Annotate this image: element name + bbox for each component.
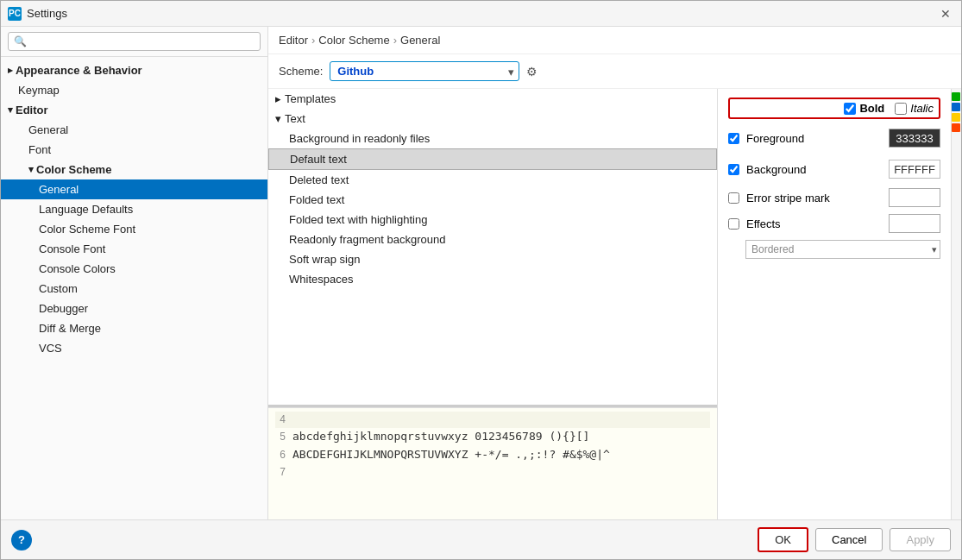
sidebar-item-color-scheme-font[interactable]: Color Scheme Font xyxy=(1,219,267,239)
preview-line-4: 4 xyxy=(275,412,710,428)
foreground-checkbox[interactable] xyxy=(728,133,739,144)
text-label: Text xyxy=(285,112,305,125)
italic-label: Italic xyxy=(910,102,934,115)
bottom-bar: ? OK Cancel Apply xyxy=(1,519,961,559)
scheme-label: Scheme: xyxy=(279,65,323,78)
sidebar-item-editor[interactable]: Editor xyxy=(1,100,267,120)
list-item-deleted-text[interactable]: Deleted text xyxy=(268,170,717,190)
preview-line-6: 6 ABCDEFGHIJKLMNOPQRSTUVWXYZ +-*/= .,;:!… xyxy=(275,446,710,464)
sidebar-item-appearance-behavior[interactable]: Appearance & Behavior xyxy=(1,60,267,80)
group-templates[interactable]: ▸ Templates xyxy=(268,89,717,109)
strip-item-4 xyxy=(952,123,960,132)
breadcrumb-general: General xyxy=(400,34,440,47)
list-item-folded-text[interactable]: Folded text xyxy=(268,190,717,210)
list-item-default-text[interactable]: Default text xyxy=(268,148,717,170)
effects-color-swatch[interactable] xyxy=(889,214,940,233)
main-panel: Editor › Color Scheme › General Scheme: … xyxy=(268,27,961,519)
sidebar-item-diff-merge[interactable]: Diff & Merge xyxy=(1,318,267,338)
title-bar: PC Settings ✕ xyxy=(1,1,961,27)
background-swatch[interactable]: FFFFFF xyxy=(889,160,940,179)
sidebar-item-console-colors[interactable]: Console Colors xyxy=(1,259,267,279)
scheme-select[interactable]: Github Default Darcula High contrast xyxy=(330,61,519,81)
sidebar-item-console-font[interactable]: Console Font xyxy=(1,239,267,259)
split-pane: ▸ Templates ▾ Text Background in readonl… xyxy=(268,89,961,519)
breadcrumb: Editor › Color Scheme › General xyxy=(268,27,961,54)
sidebar-item-font[interactable]: Font xyxy=(1,140,267,160)
text-chevron: ▾ xyxy=(275,112,281,125)
list-item-soft-wrap[interactable]: Soft wrap sign xyxy=(268,249,717,269)
bold-checkbox-item[interactable]: Bold xyxy=(844,102,884,115)
help-label: ? xyxy=(18,533,25,546)
ok-button[interactable]: OK xyxy=(758,527,808,552)
search-input[interactable] xyxy=(8,32,261,51)
effects-type-select[interactable]: Bordered Underline Bold underline Strike… xyxy=(745,240,940,259)
right-edge-strip xyxy=(951,89,961,519)
line-content-5: abcdefghijklmnopqrstuvwxyz 0123456789 ()… xyxy=(292,428,589,446)
bold-label: Bold xyxy=(859,102,884,115)
templates-chevron: ▸ xyxy=(275,92,281,105)
group-text[interactable]: ▾ Text xyxy=(268,109,717,129)
italic-checkbox-item[interactable]: Italic xyxy=(895,102,934,115)
effects-row: Effects xyxy=(728,214,940,233)
search-bar xyxy=(1,27,267,57)
sidebar-item-general-sub[interactable]: General xyxy=(1,179,267,199)
background-label: Background xyxy=(746,163,882,176)
strip-item-1 xyxy=(952,92,960,101)
effects-checkbox[interactable] xyxy=(728,218,739,230)
line-num-5: 5 xyxy=(275,429,286,445)
strip-item-2 xyxy=(952,103,960,111)
effects-type-row: Bordered Underline Bold underline Strike… xyxy=(728,240,940,259)
effects-select-wrapper: Bordered Underline Bold underline Strike… xyxy=(745,240,940,259)
line-num-4: 4 xyxy=(275,412,286,428)
sidebar-tree: Appearance & Behavior Keymap Editor Gene… xyxy=(1,57,267,519)
background-checkbox[interactable] xyxy=(728,164,739,175)
list-item-bg-readonly[interactable]: Background in readonly files xyxy=(268,129,717,148)
list-item-folded-text-highlight[interactable]: Folded text with highlighting xyxy=(268,210,717,230)
left-content: ▸ Templates ▾ Text Background in readonl… xyxy=(268,89,718,519)
templates-label: Templates xyxy=(285,92,336,105)
cancel-button[interactable]: Cancel xyxy=(815,528,883,551)
error-stripe-label: Error stripe mark xyxy=(746,192,882,204)
error-stripe-swatch[interactable] xyxy=(889,188,940,207)
sidebar-item-general[interactable]: General xyxy=(1,120,267,140)
sidebar-item-vcs[interactable]: VCS xyxy=(1,338,267,358)
error-stripe-row: Error stripe mark xyxy=(728,188,940,207)
sidebar-item-debugger[interactable]: Debugger xyxy=(1,299,267,318)
foreground-color-value: 333333 xyxy=(896,132,933,145)
gear-icon[interactable]: ⚙ xyxy=(526,65,538,79)
foreground-row: Foreground 333333 xyxy=(728,126,940,150)
scheme-row: Scheme: Github Default Darcula High cont… xyxy=(268,54,961,89)
breadcrumb-editor: Editor xyxy=(279,34,308,47)
app-icon: PC xyxy=(8,7,22,21)
help-button[interactable]: ? xyxy=(11,530,32,551)
sidebar-item-color-scheme[interactable]: Color Scheme xyxy=(1,160,267,179)
preview-line-7: 7 xyxy=(275,464,710,481)
breadcrumb-sep1: › xyxy=(311,34,315,47)
error-stripe-checkbox[interactable] xyxy=(728,192,739,204)
background-row: Background FFFFFF xyxy=(728,157,940,181)
breadcrumb-sep2: › xyxy=(393,34,397,47)
line-content-6: ABCDEFGHIJKLMNOPQRSTUVWXYZ +-*/= .,;:!? … xyxy=(292,446,610,464)
strip-item-3 xyxy=(952,113,960,122)
sidebar-item-keymap[interactable]: Keymap xyxy=(1,80,267,100)
line-num-7: 7 xyxy=(275,464,286,481)
effects-label: Effects xyxy=(746,217,882,230)
right-panel: Bold Italic Foreground 333333 xyxy=(718,89,951,519)
bold-checkbox[interactable] xyxy=(844,103,856,115)
window-title: Settings xyxy=(27,7,937,20)
scheme-select-wrapper: Github Default Darcula High contrast xyxy=(330,61,519,81)
bold-italic-row: Bold Italic xyxy=(728,98,940,119)
foreground-label: Foreground xyxy=(746,132,882,145)
sidebar-item-language-defaults[interactable]: Language Defaults xyxy=(1,199,267,219)
italic-checkbox[interactable] xyxy=(895,103,907,115)
list-item-readonly-fragment[interactable]: Readonly fragment background xyxy=(268,230,717,249)
breadcrumb-color-scheme: Color Scheme xyxy=(318,34,389,47)
background-color-value: FFFFFF xyxy=(894,163,935,176)
sidebar-item-custom[interactable]: Custom xyxy=(1,279,267,299)
list-item-whitespaces[interactable]: Whitespaces xyxy=(268,269,717,289)
preview-line-5: 5 abcdefghijklmnopqrstuvwxyz 0123456789 … xyxy=(275,428,710,446)
settings-dialog: PC Settings ✕ Appearance & Behavior Keym… xyxy=(0,0,962,560)
foreground-swatch[interactable]: 333333 xyxy=(889,129,940,148)
close-button[interactable]: ✕ xyxy=(937,5,954,22)
apply-button[interactable]: Apply xyxy=(890,528,951,551)
